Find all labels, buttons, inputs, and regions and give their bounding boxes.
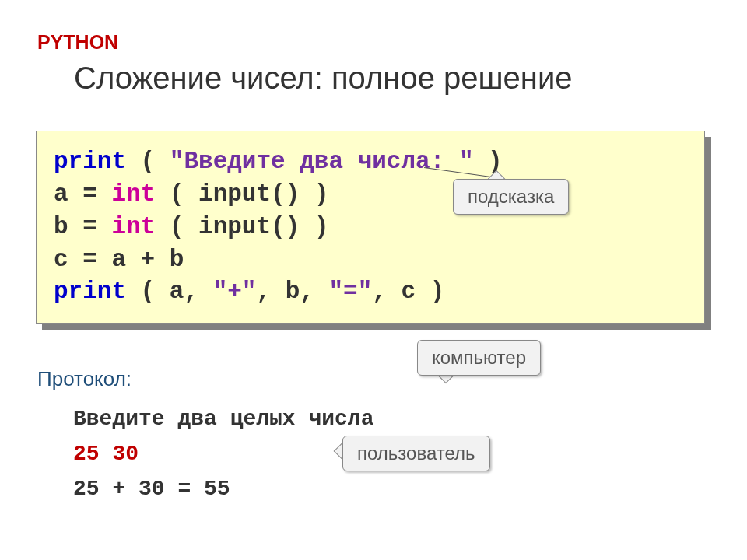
callout-user: пользователь: [342, 436, 490, 471]
assign-lhs: b =: [54, 213, 111, 240]
protocol-line-result: 25 + 30 = 55: [73, 472, 374, 507]
string-literal: "+": [213, 278, 257, 305]
expr: c = a + b: [54, 246, 184, 273]
protocol-output: Введите два целых числа 25 30 25 + 30 = …: [73, 402, 374, 506]
input-call: input(): [198, 213, 300, 240]
callout-pointer-line: [156, 450, 338, 450]
protocol-line-prompt: Введите два целых числа: [73, 402, 374, 437]
args: , b,: [256, 278, 328, 305]
code-line-2: a = int ( input() ): [54, 178, 687, 211]
function-int: int: [111, 213, 155, 240]
callout-hint: подсказка: [453, 179, 569, 215]
paren: ): [300, 180, 328, 208]
callout-computer: компьютер: [417, 340, 541, 376]
code-line-3: b = int ( input() ): [54, 211, 687, 243]
keyword-print: print: [54, 278, 126, 305]
keyword-print: print: [54, 148, 126, 175]
code-line-4: c = a + b: [54, 243, 687, 276]
protocol-label: Протокол:: [37, 367, 132, 391]
string-literal: "Введите два числа: ": [170, 148, 474, 175]
paren: (: [155, 180, 198, 208]
code-block: print ( "Введите два числа: " ) a = int …: [36, 131, 705, 324]
paren: (: [155, 213, 198, 240]
assign-lhs: a =: [54, 180, 111, 208]
paren: ): [474, 148, 503, 175]
paren: ): [300, 213, 328, 240]
paren: (: [126, 148, 170, 175]
input-call: input(): [198, 180, 300, 208]
language-label: PYTHON: [37, 31, 118, 54]
function-int: int: [111, 180, 155, 208]
code-line-5: print ( a, "+", b, "=", c ): [54, 275, 687, 308]
code-line-1: print ( "Введите два числа: " ): [54, 145, 687, 178]
paren: (: [126, 278, 170, 305]
page-title: Сложение чисел: полное решение: [74, 61, 573, 96]
args: a,: [170, 278, 213, 305]
string-literal: "=": [328, 278, 372, 305]
protocol-line-user-input: 25 30: [73, 437, 374, 472]
args: , c ): [372, 278, 444, 305]
